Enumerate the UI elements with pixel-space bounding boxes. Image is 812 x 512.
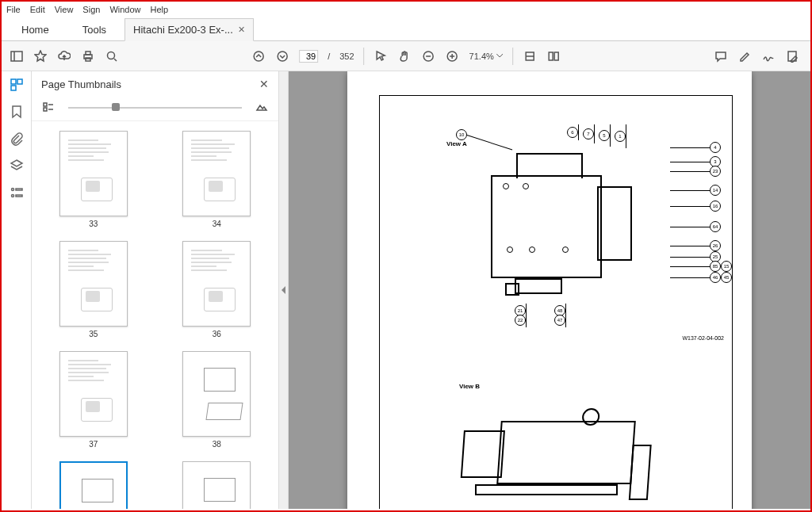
- page-separator: /: [327, 52, 330, 61]
- thumbnail-33[interactable]: 33: [59, 131, 128, 228]
- thumbnails-panel: Page Thumbnails ✕ 33343536373839404142: [32, 71, 279, 509]
- figure-ref-a: W137-02-04-002: [682, 335, 724, 341]
- tab-document[interactable]: Hitachi Ex200-3 Ex-... ✕: [124, 18, 254, 41]
- toolbar: / 352 71.4%: [2, 41, 810, 71]
- menu-sign[interactable]: Sign: [82, 5, 100, 14]
- thumbnail-label: 35: [89, 330, 98, 338]
- thumb-large-icon[interactable]: [255, 100, 269, 114]
- print-icon[interactable]: [81, 49, 95, 63]
- edit-icon[interactable]: [785, 49, 799, 63]
- svg-rect-17: [554, 52, 558, 60]
- thumbnail-label: 34: [213, 220, 221, 228]
- layers-icon[interactable]: [10, 159, 24, 173]
- thumbnail-35[interactable]: 35: [59, 241, 128, 338]
- more-icon[interactable]: [10, 185, 24, 200]
- thumbnail-label: 38: [213, 440, 221, 449]
- svg-point-23: [11, 195, 13, 197]
- comment-icon[interactable]: [714, 49, 728, 63]
- page-total: 352: [339, 52, 354, 61]
- svg-point-5: [108, 52, 115, 59]
- svg-rect-0: [11, 52, 22, 61]
- svg-rect-28: [44, 108, 47, 111]
- diagram-view-b: [443, 397, 681, 509]
- separator: [512, 48, 513, 65]
- svg-rect-4: [86, 58, 90, 61]
- thumbnails-list[interactable]: 33343536373839404142: [32, 121, 278, 509]
- thumbnail-38[interactable]: 38: [182, 351, 251, 449]
- zoom-in-icon[interactable]: [446, 49, 460, 63]
- page-up-icon[interactable]: [251, 49, 266, 63]
- collapse-panel-button[interactable]: [279, 71, 289, 509]
- thumb-options-icon[interactable]: [41, 100, 56, 114]
- svg-rect-26: [44, 103, 47, 106]
- attachment-icon[interactable]: [10, 132, 24, 146]
- thumbnail-39[interactable]: 39: [59, 461, 128, 509]
- svg-rect-24: [16, 189, 22, 190]
- callouts-a: 10 6 7 5 1 4 3 23 14 16 64 26 25 1585 45…: [467, 128, 753, 326]
- close-panel-icon[interactable]: ✕: [259, 78, 269, 90]
- page-display-icon[interactable]: [546, 49, 561, 63]
- thumbnail-label: 37: [89, 440, 98, 449]
- hand-icon[interactable]: [398, 49, 412, 63]
- highlight-icon[interactable]: [737, 49, 752, 63]
- tab-tools[interactable]: Tools: [67, 18, 121, 40]
- close-icon[interactable]: ✕: [238, 25, 245, 35]
- svg-point-7: [254, 52, 263, 61]
- star-icon[interactable]: [33, 49, 48, 63]
- view-b-label: View B: [459, 383, 480, 390]
- svg-rect-21: [11, 86, 16, 90]
- side-rail: [2, 71, 32, 509]
- svg-rect-19: [11, 79, 16, 84]
- svg-rect-20: [17, 79, 22, 84]
- page-down-icon[interactable]: [275, 49, 289, 63]
- menu-view[interactable]: View: [55, 5, 74, 14]
- menu-bar: File Edit View Sign Window Help: [2, 2, 810, 17]
- view-a-label: View A: [446, 140, 467, 147]
- search-icon[interactable]: [105, 49, 119, 63]
- tab-document-label: Hitachi Ex200-3 Ex-...: [133, 24, 233, 36]
- svg-rect-25: [16, 195, 22, 197]
- page-number-input[interactable]: [299, 50, 318, 63]
- menu-file[interactable]: File: [6, 5, 21, 14]
- thumb-size-slider[interactable]: [68, 104, 242, 110]
- cloud-icon[interactable]: [57, 49, 71, 63]
- document-viewer[interactable]: View A 10 6 7 5 1 4 3 23 14 1: [289, 71, 810, 509]
- tab-home[interactable]: Home: [6, 18, 64, 40]
- svg-line-6: [114, 59, 117, 61]
- tab-bar: Home Tools Hitachi Ex200-3 Ex-... ✕: [2, 17, 810, 41]
- panel-title: Page Thumbnails: [41, 78, 121, 90]
- fit-width-icon[interactable]: [523, 49, 537, 63]
- menu-help[interactable]: Help: [151, 5, 169, 14]
- bookmark-icon[interactable]: [10, 105, 24, 119]
- pointer-icon[interactable]: [374, 49, 389, 63]
- page: View A 10 6 7 5 1 4 3 23 14 1: [347, 71, 752, 509]
- sidebar-toggle-icon[interactable]: [10, 49, 24, 63]
- zoom-out-icon[interactable]: [422, 49, 436, 63]
- thumbnails-icon[interactable]: [10, 78, 24, 92]
- menu-edit[interactable]: Edit: [30, 5, 45, 14]
- svg-point-8: [278, 52, 287, 61]
- sign-icon[interactable]: [761, 49, 776, 63]
- thumbnail-label: 33: [89, 220, 98, 228]
- svg-rect-16: [549, 52, 553, 60]
- svg-rect-3: [86, 52, 90, 55]
- svg-point-22: [11, 189, 13, 191]
- menu-window[interactable]: Window: [109, 5, 140, 14]
- separator: [364, 48, 365, 65]
- thumbnail-37[interactable]: 37: [59, 351, 128, 449]
- thumbnail-label: 36: [213, 330, 221, 338]
- thumbnail-34[interactable]: 34: [182, 131, 251, 228]
- thumbnail-40[interactable]: 40: [182, 461, 251, 509]
- thumbnail-36[interactable]: 36: [182, 241, 251, 338]
- page-content: View A 10 6 7 5 1 4 3 23 14 1: [379, 95, 733, 509]
- zoom-level[interactable]: 71.4%: [469, 52, 503, 61]
